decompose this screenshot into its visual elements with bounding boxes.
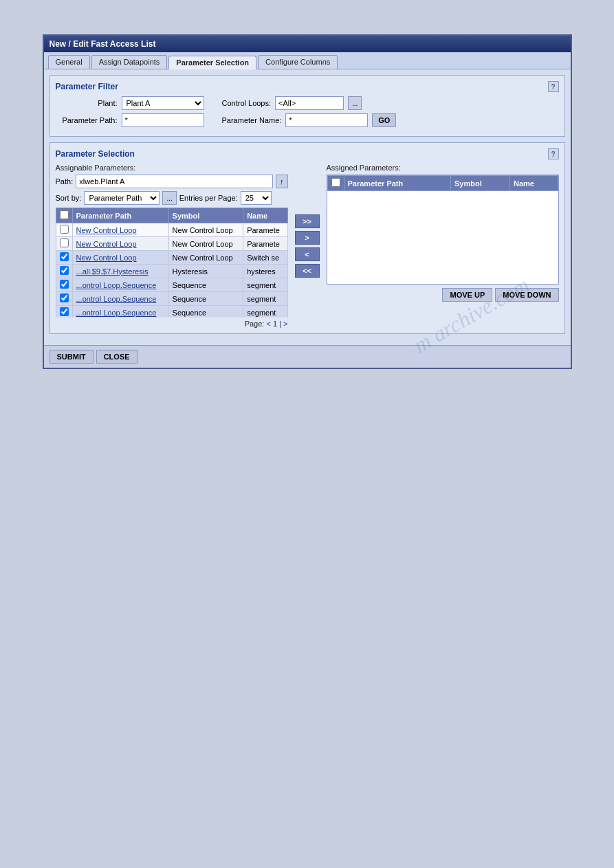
dialog-title: New / Edit Fast Access List — [50, 39, 156, 49]
th-symbol: Symbol — [168, 208, 243, 223]
assignable-label: Assignable Parameters: — [56, 164, 288, 172]
row-symbol: Hysteresis — [168, 265, 243, 278]
path-label: Path: — [56, 177, 74, 186]
tab-parameter-selection[interactable]: Parameter Selection — [168, 56, 256, 69]
dialog-titlebar: New / Edit Fast Access List — [44, 36, 571, 52]
parameter-filter-help-icon[interactable]: ? — [548, 81, 559, 92]
row-symbol: Sequence — [168, 292, 243, 306]
move-all-right-button[interactable]: >> — [295, 214, 320, 228]
row-parameter-path[interactable]: ...all.$9.$7.Hysteresis — [72, 265, 168, 278]
assignable-section: Assignable Parameters: Path: ↑ Sort by: … — [56, 164, 288, 328]
row-checkbox[interactable] — [60, 252, 69, 261]
row-checkbox-cell — [56, 265, 72, 278]
control-loops-label: Control Loops: — [222, 99, 272, 107]
row-symbol: New Control Loop — [168, 223, 243, 237]
parameter-path-input[interactable] — [122, 113, 204, 127]
param-selection-inner: Assignable Parameters: Path: ↑ Sort by: … — [56, 164, 559, 328]
row-checkbox[interactable] — [60, 225, 69, 234]
row-checkbox[interactable] — [60, 280, 69, 289]
row-parameter-path[interactable]: ...ontrol Loop.Sequence — [72, 292, 168, 306]
page-number: 1 — [273, 320, 277, 328]
submit-button[interactable]: SUBMIT — [50, 350, 94, 364]
assigned-th-symbol: Symbol — [451, 176, 510, 191]
row-name: segment — [243, 278, 287, 292]
path-input[interactable] — [76, 175, 273, 188]
plant-select[interactable]: Plant A — [122, 96, 204, 110]
sort-dots-button[interactable]: ... — [162, 191, 176, 205]
assigned-section: Assigned Parameters: Parameter Path Symb… — [327, 164, 559, 328]
row-parameter-path[interactable]: New Control Loop — [72, 237, 168, 251]
entries-select[interactable]: 10 25 50 100 — [241, 191, 272, 205]
row-checkbox[interactable] — [60, 238, 69, 247]
row-checkbox[interactable] — [60, 266, 69, 275]
sort-by-label: Sort by: — [56, 194, 82, 202]
row-symbol: Sequence — [168, 306, 243, 318]
row-symbol: Sequence — [168, 278, 243, 292]
go-button[interactable]: GO — [372, 113, 396, 127]
dialog-window: New / Edit Fast Access List General Assi… — [43, 34, 572, 369]
row-name: Paramete — [243, 237, 287, 251]
tabs-bar: General Assign Datapoints Parameter Sele… — [44, 52, 571, 69]
th-parameter-path: Parameter Path — [72, 208, 168, 223]
parameter-name-input[interactable] — [285, 113, 368, 127]
table-row: ...all.$9.$7.Hysteresis Hysteresis hyste… — [56, 265, 287, 278]
th-checkbox — [56, 208, 72, 223]
row-parameter-path[interactable]: New Control Loop — [72, 223, 168, 237]
move-left-button[interactable]: < — [295, 247, 320, 261]
assignable-table-container: Parameter Path Symbol Name New Control L… — [56, 208, 288, 318]
row-checkbox-cell — [56, 223, 72, 237]
move-up-button[interactable]: MOVE UP — [442, 288, 492, 302]
parameter-selection-section: Parameter Selection ? Assignable Paramet… — [50, 142, 565, 334]
plant-row: Plant: Plant A Control Loops: ... — [56, 96, 559, 110]
path-up-button[interactable]: ↑ — [276, 175, 288, 188]
plant-label: Plant: — [56, 99, 118, 107]
tab-assign-datapoints[interactable]: Assign Datapoints — [91, 55, 168, 69]
parameter-selection-help-icon[interactable]: ? — [548, 148, 559, 159]
row-checkbox[interactable] — [60, 307, 69, 316]
row-checkbox-cell — [56, 251, 72, 265]
assigned-select-all[interactable] — [331, 178, 340, 187]
row-parameter-path[interactable]: New Control Loop — [72, 251, 168, 265]
assigned-table: Parameter Path Symbol Name — [327, 175, 558, 191]
content-area: Parameter Filter ? Plant: Plant A Contro… — [44, 69, 571, 345]
sort-by-select[interactable]: Parameter Path Symbol Name — [84, 191, 160, 205]
move-down-button[interactable]: MOVE DOWN — [495, 288, 558, 302]
entries-label: Entries per Page: — [179, 194, 238, 202]
footer-bar: SUBMIT CLOSE — [44, 345, 571, 368]
select-all-checkbox[interactable] — [60, 210, 69, 219]
row-symbol: New Control Loop — [168, 251, 243, 265]
sort-row: Sort by: Parameter Path Symbol Name ... … — [56, 191, 288, 205]
control-loops-input[interactable] — [275, 96, 344, 110]
close-button[interactable]: CLOSE — [96, 350, 138, 364]
row-name: hysteres — [243, 265, 287, 278]
assignable-table: Parameter Path Symbol Name New Control L… — [56, 208, 288, 318]
row-checkbox-cell — [56, 306, 72, 318]
row-checkbox-cell — [56, 278, 72, 292]
th-name: Name — [243, 208, 287, 223]
tab-configure-columns[interactable]: Configure Columns — [258, 55, 338, 69]
page-prev[interactable]: < — [266, 320, 270, 328]
control-loops-dots-button[interactable]: ... — [348, 96, 362, 110]
row-parameter-path[interactable]: ...ontrol Loop.Sequence — [72, 306, 168, 318]
pagination-row: Page: < 1 | > — [56, 320, 288, 328]
row-name: segment — [243, 292, 287, 306]
middle-buttons: >> > < << — [292, 164, 322, 328]
move-right-button[interactable]: > — [295, 231, 320, 245]
table-row: ...ontrol Loop.Sequence Sequence segment — [56, 306, 287, 318]
row-parameter-path[interactable]: ...ontrol Loop.Sequence — [72, 278, 168, 292]
row-checkbox[interactable] — [60, 293, 69, 302]
table-row: New Control Loop New Control Loop Parame… — [56, 237, 287, 251]
page-next[interactable]: | > — [279, 320, 287, 328]
assigned-label: Assigned Parameters: — [327, 164, 559, 172]
path-row: Path: ↑ — [56, 175, 288, 188]
table-row: ...ontrol Loop.Sequence Sequence segment — [56, 292, 287, 306]
assignable-table-scrollable[interactable]: Parameter Path Symbol Name New Control L… — [56, 208, 288, 318]
assigned-th-checkbox — [327, 176, 344, 191]
parameter-selection-title: Parameter Selection ? — [56, 148, 559, 159]
move-all-left-button[interactable]: << — [295, 264, 320, 278]
table-row: ...ontrol Loop.Sequence Sequence segment — [56, 278, 287, 292]
row-checkbox-cell — [56, 237, 72, 251]
tab-general[interactable]: General — [48, 55, 90, 69]
parameter-path-row: Parameter Path: Parameter Name: GO — [56, 113, 559, 127]
table-row: New Control Loop New Control Loop Switch… — [56, 251, 287, 265]
